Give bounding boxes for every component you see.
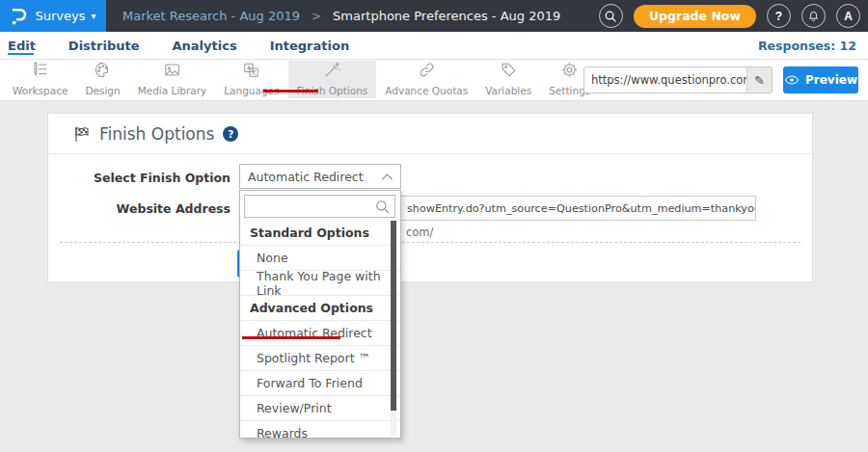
dropdown-option[interactable]: None — [240, 246, 400, 271]
finish-option-dropdown: Automatic Redirect Standard Options None — [239, 164, 401, 439]
avatar[interactable]: A — [836, 4, 860, 28]
notifications-button[interactable] — [801, 4, 826, 28]
questionpro-app: Surveys ▾ Market Research - Aug 2019 > S… — [0, 0, 868, 452]
dashed-divider — [60, 242, 800, 243]
finish-options-panel: Finish Options ? Select Finish Option We… — [47, 113, 813, 282]
panel-title-row: Finish Options ? — [73, 124, 238, 144]
website-address-label: Website Address — [48, 201, 231, 216]
questionpro-logo-icon — [10, 7, 27, 26]
preview-button[interactable]: Preview — [783, 66, 858, 93]
workspace-list-icon — [31, 61, 49, 83]
tab-integration[interactable]: Integration — [270, 32, 349, 59]
checkered-flag-icon — [73, 125, 91, 143]
palette-icon — [94, 61, 112, 83]
search-button[interactable] — [599, 4, 623, 28]
dropdown-search — [244, 195, 395, 218]
breadcrumb-parent[interactable]: Market Research - Aug 2019 — [122, 9, 300, 23]
breadcrumb-separator: > — [312, 10, 321, 23]
chain-links-icon — [418, 61, 436, 83]
breadcrumb: Market Research - Aug 2019 > Smartphone … — [122, 9, 560, 23]
dropdown-option[interactable]: Standard Options — [240, 221, 400, 246]
tab-edit[interactable]: Edit — [8, 32, 36, 59]
tab-analytics[interactable]: Analytics — [173, 32, 237, 59]
dropdown-option[interactable]: Review/Print — [240, 396, 400, 421]
dropdown-option[interactable]: Spotlight Report ™ — [240, 346, 400, 371]
chevron-up-icon — [381, 173, 393, 181]
divider — [48, 153, 812, 154]
survey-url-box: https://www.questionpro.com/t/A ✎ — [583, 66, 773, 93]
edit-url-button[interactable]: ✎ — [746, 67, 772, 93]
dropdown-option[interactable]: Automatic Redirect — [240, 321, 400, 346]
toolbar-item-media-library[interactable]: Media Library — [129, 61, 216, 98]
tag-icon — [500, 61, 518, 83]
page-title: Finish Options — [99, 124, 214, 144]
tab-distribute[interactable]: Distribute — [68, 32, 140, 59]
help-button[interactable]: ? — [767, 4, 791, 28]
scrollbar-thumb[interactable] — [391, 221, 396, 411]
toolbar-item-design[interactable]: Design — [76, 61, 128, 98]
survey-url-input[interactable]: https://www.questionpro.com/t/A — [584, 67, 746, 93]
selected-option: Automatic Redirect — [248, 170, 364, 184]
gear-icon — [560, 61, 579, 83]
toolbar-item-workspace[interactable]: Workspace — [4, 61, 76, 98]
toolbar-item-finish-options[interactable]: Finish Options — [288, 61, 377, 98]
dropdown-panel: Standard Options None Thank You Page wit… — [239, 190, 401, 439]
pencil-icon: ✎ — [754, 73, 765, 88]
search-icon — [604, 10, 617, 23]
dropdown-search-input[interactable] — [245, 196, 394, 217]
annotation-underline-finish-options — [263, 90, 318, 93]
translate-icon — [242, 61, 260, 83]
section-nav: Edit Distribute Analytics Integration Re… — [0, 32, 868, 60]
surveys-label: Surveys — [35, 9, 85, 23]
website-helper-text: com/ — [406, 226, 433, 239]
image-icon — [163, 61, 181, 83]
topbar: Surveys ▾ Market Research - Aug 2019 > S… — [0, 0, 868, 32]
search-icon — [374, 199, 391, 219]
topbar-actions: Upgrade Now ? A — [599, 0, 860, 32]
breadcrumb-current: Smartphone Preferences - Aug 2019 — [333, 9, 560, 23]
select-finish-option-label: Select Finish Option — [48, 171, 231, 185]
upgrade-now-button[interactable]: Upgrade Now — [634, 5, 756, 28]
title-help-icon[interactable]: ? — [223, 126, 238, 142]
toolbar-item-variables[interactable]: Variables — [476, 61, 540, 98]
toolbar-item-advance-quotas[interactable]: Advance Quotas — [376, 61, 476, 98]
dropdown-option[interactable]: Advanced Options — [240, 296, 400, 321]
dropdown-option[interactable]: Thank You Page with Link — [240, 271, 400, 296]
dropdown-options: Standard Options None Thank You Page wit… — [240, 221, 400, 439]
responses-count[interactable]: Responses: 12 — [758, 32, 856, 60]
dropdown-option[interactable]: Forward To Friend — [240, 371, 400, 396]
dropdown-option[interactable]: Rewards — [240, 421, 400, 439]
magic-wand-icon — [323, 61, 341, 83]
finish-option-select[interactable]: Automatic Redirect — [239, 164, 401, 189]
bell-icon — [807, 10, 820, 23]
toolbar-item-languages[interactable]: Languages — [215, 61, 287, 98]
eye-icon — [784, 74, 800, 86]
surveys-menu[interactable]: Surveys ▾ — [0, 0, 106, 32]
chevron-down-icon: ▾ — [91, 11, 95, 21]
